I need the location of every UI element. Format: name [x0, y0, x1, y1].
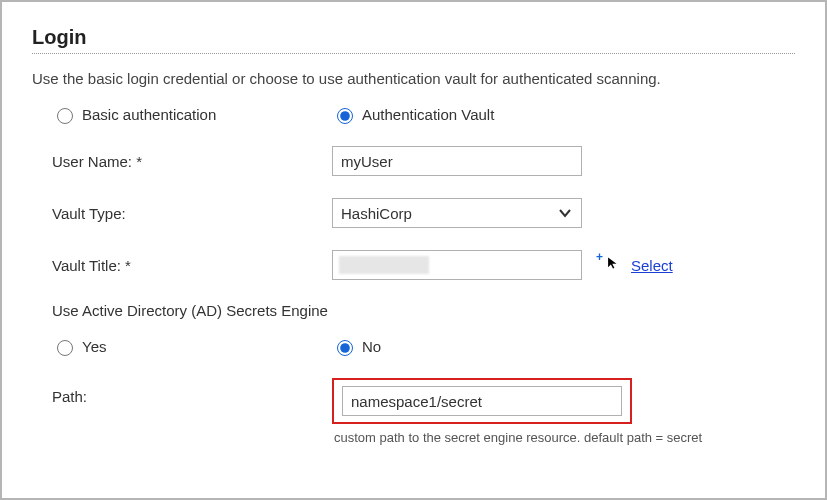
redacted-vault-title	[339, 256, 429, 274]
path-input[interactable]	[342, 386, 622, 416]
path-help-text: custom path to the secret engine resourc…	[334, 430, 702, 445]
path-highlight-box	[332, 378, 632, 424]
vault-type-select[interactable]	[332, 198, 582, 228]
vault-title-label: Vault Title: *	[52, 257, 332, 274]
ad-no-radio[interactable]	[337, 340, 353, 356]
vault-type-value[interactable]	[332, 198, 582, 228]
ad-yes-label: Yes	[82, 338, 106, 355]
auth-basic-option[interactable]: Basic authentication	[52, 105, 332, 124]
cursor-icon	[606, 256, 620, 270]
login-panel: Login Use the basic login credential or …	[0, 0, 827, 500]
section-description: Use the basic login credential or choose…	[32, 70, 795, 87]
title-underline	[32, 53, 795, 54]
auth-basic-radio[interactable]	[57, 108, 73, 124]
ad-yes-radio[interactable]	[57, 340, 73, 356]
section-title: Login	[32, 26, 795, 49]
vault-title-select-link[interactable]: Select	[631, 257, 673, 274]
ad-no-option[interactable]: No	[332, 337, 795, 356]
plus-icon: +	[596, 250, 603, 264]
user-name-label: User Name: *	[52, 153, 332, 170]
auth-vault-option[interactable]: Authentication Vault	[332, 105, 795, 124]
auth-vault-label: Authentication Vault	[362, 106, 494, 123]
vault-type-label: Vault Type:	[52, 205, 332, 222]
auth-basic-label: Basic authentication	[82, 106, 216, 123]
ad-no-label: No	[362, 338, 381, 355]
ad-yes-option[interactable]: Yes	[52, 337, 332, 356]
auth-vault-radio[interactable]	[337, 108, 353, 124]
ad-engine-question: Use Active Directory (AD) Secrets Engine	[52, 302, 795, 319]
user-name-input[interactable]	[332, 146, 582, 176]
vault-title-value-box	[332, 250, 582, 280]
path-label: Path:	[52, 378, 332, 405]
